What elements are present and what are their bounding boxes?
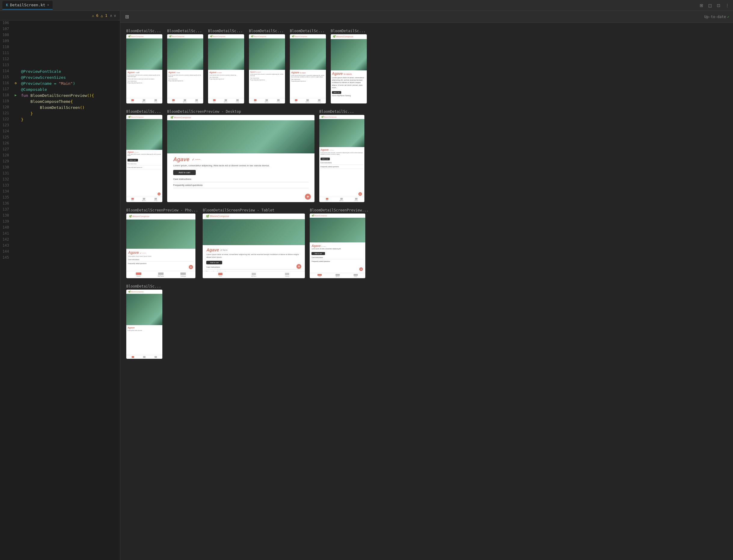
preview-card-6: BloomDetailSc... 🌿 BloomCompose Agave In… [331, 29, 367, 103]
kotlin-icon: K [6, 3, 8, 7]
code-panel: ⚠ 6 △ 1 ∧ ∨ 106 107 108 [0, 11, 120, 560]
tab-filename: DetailScreen.kt [10, 3, 45, 7]
line-137: 137 [0, 207, 120, 213]
preview-frame-4[interactable]: 🌿 BloomCompose Agave in stock Lorem ipsu… [249, 34, 285, 103]
preview-row-1: BloomDetailSc... 🌿 BloomCompose Agave • … [126, 29, 727, 103]
error-badge: ⚠ 6 [92, 14, 99, 18]
preview-label-2: BloomDetailSc... [167, 29, 203, 33]
preview-frame-7[interactable]: 🌿 BloomCompose Agave ✓ ~~~ Lorem ipsum d… [126, 115, 162, 202]
line-126: 126 [0, 141, 120, 147]
preview-frame-5[interactable]: 🌿 BloomCompose Agave In stock Lorem ipsu… [290, 34, 326, 103]
line-138: 138 [0, 213, 120, 219]
code-lines: 106 107 108 109 110 [0, 20, 120, 261]
preview-label-9: BloomDetailSc... [319, 109, 365, 114]
line-132: 132 [0, 177, 120, 183]
line-121: 121 } [0, 111, 120, 117]
preview-label-8: BloomDetailScreenPreview - Desktop [167, 109, 315, 114]
line-125: 125 [0, 135, 120, 141]
preview-label-tablet: BloomDetailScreenPreview - Tablet [203, 208, 305, 212]
line-133: 133 [0, 183, 120, 189]
desktop-faq: Frequently asked questions [173, 182, 309, 188]
split-preview-button[interactable]: ⊞ [124, 13, 130, 21]
preview-card-8: BloomDetailScreenPreview - Desktop 🌿 Blo… [167, 109, 315, 202]
preview-card-7: BloomDetailSc... 🌿 BloomCompose Agave ✓ … [126, 109, 162, 202]
line-106: 106 [0, 20, 120, 26]
preview-card-12: BloomDetailScreenPreview... 🌿 BloomCompo… [310, 208, 368, 278]
line-119: 119 BloomComposeTheme{ [0, 99, 120, 105]
line-122: 122 } [0, 117, 120, 123]
line-116: 116 ⚙ @Preview(name = "Main") [0, 81, 120, 87]
preview-label-7: BloomDetailSc... [126, 109, 162, 114]
line-111: 111 [0, 51, 120, 57]
desktop-care-instructions: Care instructions [173, 176, 309, 182]
nav-arrows: ∧ ∨ [110, 14, 116, 18]
previews-grid: BloomDetailSc... 🌿 BloomCompose Agave • … [120, 23, 733, 365]
gutter-settings-icon[interactable]: ⚙ [13, 81, 18, 85]
line-144: 144 [0, 249, 120, 255]
line-120: 120 BloomDetailScreen() [0, 105, 120, 111]
preview-icons: ⊞ [124, 13, 130, 21]
preview-row-3: BloomDetailScreenPreview - Pho... 🌿 Bloo… [126, 208, 727, 278]
line-117: 117 @Composable [0, 87, 120, 93]
preview-frame-13[interactable]: 🌿 BloomCompose Agave Lorem ipsum dolor s… [126, 290, 162, 359]
line-110: 110 [0, 45, 120, 51]
preview-frame-3[interactable]: 🌿 BloomCompose Agave in stock Lorem ipsu… [208, 34, 244, 103]
preview-button[interactable]: ◫ [707, 2, 713, 9]
line-114: 114 @PreviewFontScale [0, 69, 120, 75]
tablet-care-instructions: Care instructions [206, 265, 301, 269]
preview-label-13: BloomDetailSc... [126, 284, 162, 288]
line-131: 131 [0, 171, 120, 177]
preview-frame-phone[interactable]: 🌿 BloomCompose Agave ✓ ~~~ Description h… [126, 214, 196, 278]
preview-frame-tablet[interactable]: 🌿 BloomCompose Agave of Item Lorem ipsum… [203, 214, 305, 278]
status-checkmark: ✓ [727, 15, 729, 19]
active-tab[interactable]: K DetailScreen.kt × [2, 1, 53, 10]
preview-label-5: BloomDetailSc... [290, 29, 326, 33]
preview-panel: ⊞ Up-to-date ✓ BloomDetailSc... 🌿 BloomC… [120, 11, 733, 560]
line-127: 127 [0, 147, 120, 153]
preview-frame-2[interactable]: 🌿 BloomCompose Agave • ●●● Lorem ipsum d… [167, 34, 203, 103]
main-content: ⚠ 6 △ 1 ∧ ∨ 106 107 108 [0, 11, 733, 560]
line-128: 128 [0, 153, 120, 159]
preview-card-2: BloomDetailSc... 🌿 BloomCompose Agave • … [167, 29, 203, 103]
interactive-button[interactable]: ⊡ [716, 2, 722, 9]
line-135: 135 [0, 195, 120, 201]
preview-card-1: BloomDetailSc... 🌿 BloomCompose Agave • … [126, 29, 162, 103]
line-143: 143 [0, 243, 120, 249]
code-toolbar: ⚠ 6 △ 1 ∧ ∨ [0, 11, 120, 20]
preview-frame-desktop[interactable]: 🌿 BloomCompose Agave ✓ ~~~ Lorem ipsum, … [167, 115, 315, 202]
preview-frame-6[interactable]: 🌿 BloomCompose Agave In stock Lorem ipsu… [331, 34, 367, 103]
line-115: 115 @PreviewScreenSizes [0, 75, 120, 81]
preview-label-4: BloomDetailSc... [249, 29, 285, 33]
preview-frame-9[interactable]: 🌿 BloomCompose Agave ✓ ~~~ Lorem ipsum d… [319, 115, 365, 202]
line-113: 113 [0, 63, 120, 69]
preview-frame-12[interactable]: 🌿 BloomCompose Agave ✓ ~~~ Lorem ipsum s… [310, 214, 365, 278]
line-107: 107 [0, 26, 120, 32]
preview-frame-1[interactable]: 🌿 BloomCompose Agave • sold Lorem ipsum … [126, 34, 162, 103]
line-142: 142 [0, 237, 120, 243]
preview-row-4: BloomDetailSc... 🌿 BloomCompose Agave Lo… [126, 284, 727, 359]
split-editor-button[interactable]: ⊞ [698, 2, 704, 9]
line-129: 129 [0, 159, 120, 165]
preview-label-1: BloomDetailSc... [126, 29, 162, 33]
line-109: 109 [0, 38, 120, 45]
line-112: 112 [0, 57, 120, 63]
preview-card-9: BloomDetailSc... 🌿 BloomCompose Agave ✓ … [319, 109, 365, 202]
gutter-run-icon[interactable]: ▶ [13, 93, 18, 97]
tab-close-button[interactable]: × [47, 3, 49, 7]
preview-card-13: BloomDetailSc... 🌿 BloomCompose Agave Lo… [126, 284, 162, 359]
line-130: 130 [0, 165, 120, 171]
preview-row-2: BloomDetailSc... 🌿 BloomCompose Agave ✓ … [126, 109, 727, 202]
nav-up-button[interactable]: ∧ [110, 14, 112, 18]
line-145: 145 [0, 255, 120, 261]
line-124: 124 [0, 129, 120, 135]
nav-down-button[interactable]: ∨ [114, 14, 116, 18]
line-141: 141 [0, 231, 120, 237]
more-options-button[interactable]: ⋮ [724, 2, 731, 9]
line-140: 140 [0, 225, 120, 231]
preview-card-4: BloomDetailSc... 🌿 BloomCompose Agave in… [249, 29, 285, 103]
line-136: 136 [0, 201, 120, 207]
preview-toolbar: ⊞ Up-to-date ✓ [120, 11, 733, 23]
preview-label-6: BloomDetailSc... [331, 29, 367, 33]
status-label: Up-to-date [704, 15, 726, 19]
preview-card-phone: BloomDetailScreenPreview - Pho... 🌿 Bloo… [126, 208, 198, 278]
